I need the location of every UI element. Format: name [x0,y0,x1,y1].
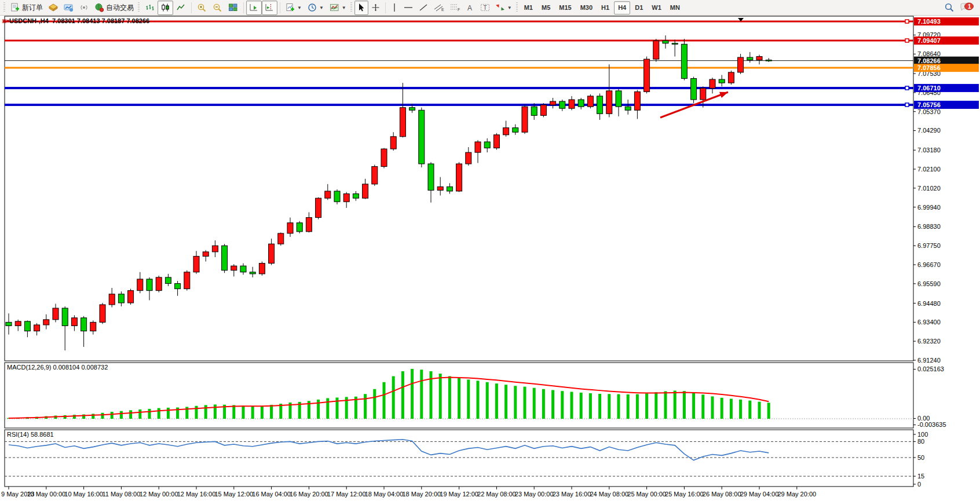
auto-trading-button[interactable]: 自动交易 [92,1,137,15]
search-icon[interactable] [944,2,955,13]
candle-body-up [137,279,143,291]
price-tick-label: 6.99940 [917,204,941,211]
candle-body-up [390,137,396,149]
tab-timeframe-M1[interactable]: M1 [520,1,537,14]
macd-histogram-bar [561,391,564,419]
macd-histogram-bar [617,394,620,419]
line-handle[interactable] [905,20,909,23]
macd-histogram-bar [448,376,451,419]
tab-timeframe-M15[interactable]: M15 [555,1,575,14]
candlestick-chart-icon [160,3,170,12]
text-button[interactable]: A [463,1,477,15]
horizontal-line-button[interactable] [401,1,416,15]
price-tick-label: 6.98830 [917,223,941,230]
candle-body-up [738,57,744,72]
candle-body-up [278,233,284,244]
rsi-pane[interactable] [5,430,913,487]
candle-body-up [15,321,21,326]
price-tick-label: 6.97750 [917,242,941,249]
vertical-line-button[interactable] [388,1,401,15]
publish-chart-button[interactable] [61,1,76,15]
new-chart-button[interactable]: ▼ [283,1,305,15]
toolbar-separator [280,2,280,13]
candle-body-up [710,79,715,88]
tab-timeframe-M30[interactable]: M30 [576,1,597,14]
tile-windows-icon [228,3,238,12]
arrows-objects-button[interactable]: ▼ [493,1,515,15]
candle-body-down [240,266,246,272]
equidistant-channel-button[interactable]: E [431,1,447,15]
macd-histogram-bar [598,394,601,419]
chat-bubble-icon: 1 [959,2,974,13]
time-tick-label: 29 May 04:00 [740,491,779,498]
arrows-objects-icon [496,3,505,12]
line-handle[interactable] [905,103,909,107]
signals-button[interactable] [76,1,92,15]
auto-trading-label: 自动交易 [106,3,134,13]
zoom-in-button[interactable] [194,1,210,15]
text-label-button[interactable]: T [477,1,493,15]
text-label-icon: T [480,3,490,12]
price-tick-label: 7.08640 [917,50,941,57]
macd-histogram-bar [420,370,423,419]
tab-timeframe-H1[interactable]: H1 [597,1,613,14]
new-order-icon [10,3,20,12]
candle-body-down [663,41,668,43]
price-badge-label: 7.06710 [917,85,941,92]
candle-body-up [343,194,349,202]
notifications-button[interactable]: 1 [959,2,974,13]
macd-histogram-bar [401,371,404,419]
macd-histogram-bar [636,394,639,419]
candlestick-chart-button[interactable] [158,1,173,15]
fibonacci-button[interactable]: F [447,1,463,15]
price-tick-label: 7.05370 [917,108,941,115]
gold-cube-icon [49,3,58,12]
new-order-button[interactable]: 新订单 [8,1,46,15]
crosshair-button[interactable] [368,1,383,15]
tile-windows-button[interactable] [225,1,241,15]
market-watch-button[interactable] [46,1,61,15]
time-tick-label: 16 May 20:00 [290,491,328,498]
candle-body-up [363,184,368,198]
svg-text:E: E [441,8,444,12]
indicators-button[interactable]: ▼ [327,1,349,15]
candle-body-up [456,164,462,191]
toolbar-separator [191,2,192,13]
candle-body-down [484,142,490,148]
cursor-icon [357,3,365,12]
line-handle[interactable] [905,39,909,42]
period-selector-button[interactable]: ▼ [305,1,327,15]
auto-scroll-button[interactable] [246,1,262,15]
time-tick-label: 24 May 08:00 [590,491,628,498]
macd-histogram-bar [730,398,733,419]
tab-timeframe-MN[interactable]: MN [666,1,684,14]
macd-histogram-bar [701,394,704,419]
chart-shift-button[interactable] [262,1,277,15]
zoom-out-button[interactable] [210,1,225,15]
bar-chart-button[interactable] [142,1,158,15]
macd-histogram-bar [242,405,245,419]
tab-timeframe-D1[interactable]: D1 [631,1,647,14]
macd-histogram-bar [232,405,235,419]
tab-timeframe-W1[interactable]: W1 [648,1,665,14]
tab-timeframe-H4[interactable]: H4 [614,1,630,14]
candle-body-up [287,223,293,233]
candle-body-down [447,186,452,191]
line-handle[interactable] [905,86,909,90]
trendline-button[interactable] [416,1,431,15]
macd-histogram-bar [138,409,141,419]
macd-histogram-bar [261,406,264,419]
mt4-window: { "toolbar": { "new_order": "新订单", "auto… [0,0,980,501]
candle-body-down [766,60,771,61]
tab-timeframe-M5[interactable]: M5 [537,1,554,14]
chart-window-icon[interactable]: ▣▾ [2,18,9,24]
cursor-button[interactable] [354,1,368,15]
candle-body-down [118,294,124,303]
candle-body-up [184,272,190,289]
chart-canvas[interactable]: 7.097207.086407.075307.064507.053707.042… [0,0,980,501]
price-tick-label: 7.01020 [917,185,941,192]
candle-body-up [316,198,321,217]
line-chart-button[interactable] [173,1,189,15]
macd-histogram-bar [608,394,610,419]
macd-histogram-bar [758,402,761,419]
